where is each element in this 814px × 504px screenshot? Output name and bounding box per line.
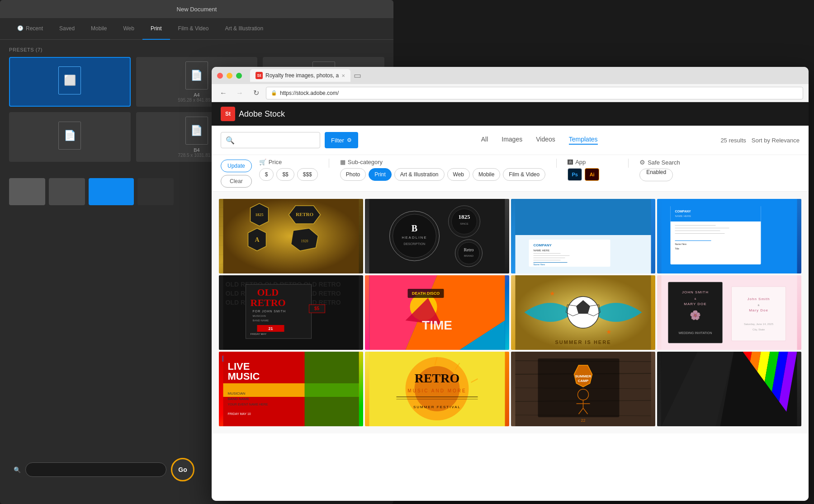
svg-text:MARY DOE: MARY DOE (684, 302, 706, 306)
svg-rect-91 (305, 352, 359, 426)
address-bar[interactable]: 🔒 https://stock.adobe.com/ (266, 87, 803, 99)
nav-tab-templates[interactable]: Templates (569, 136, 598, 145)
adobe-icon: 🅰 (568, 159, 573, 165)
go-button[interactable]: Go (171, 458, 194, 481)
subcategory-filter-section: ▦ Sub-category Photo Print Art & Illustr… (340, 159, 545, 181)
stock-results-info: 25 results Sort by Relevance (720, 137, 800, 144)
forward-button[interactable]: → (233, 87, 246, 99)
svg-text:CAMP: CAMP (578, 379, 589, 383)
svg-text:MUSIC AND MORE: MUSIC AND MORE (407, 388, 466, 393)
recent-item-3[interactable] (89, 178, 134, 205)
grid-item-7[interactable]: ★ ★ SUMMER IS HERE (511, 275, 655, 350)
grid-item-5[interactable]: OLD RETRO OLD RETRO OLD RETRO OLD RETRO … (219, 275, 363, 350)
preset-name-a4: A4 (194, 92, 199, 98)
search-magnifier-icon: 🔍 (226, 136, 235, 145)
browser-tab-bar: St Royalty free images, photos, a ✕ ▭ (250, 69, 803, 82)
price-chips: $ $$ $$$ (259, 168, 318, 181)
nav-tab-images[interactable]: Images (502, 136, 522, 145)
grid-item-8[interactable]: JOHN SMITH & MARY DOE 🌸 WEDDING INVITATI… (657, 275, 801, 350)
svg-rect-0 (223, 199, 359, 273)
stock-search-input[interactable] (237, 137, 315, 144)
image-grid: 1825 RETRO A 1920 B (212, 192, 809, 433)
security-lock-icon: 🔒 (271, 90, 277, 96)
dialog-titlebar: New Document (0, 0, 393, 18)
sort-by-relevance[interactable]: Sort by Relevance (752, 137, 800, 144)
photoshop-filter-button[interactable]: Ps (568, 168, 582, 181)
svg-text:1825: 1825 (256, 212, 264, 217)
clear-button[interactable]: Clear (221, 175, 252, 188)
svg-text:MUSICIAN: MUSICIAN (228, 391, 246, 396)
dialog-title: New Document (177, 6, 217, 13)
subcat-print[interactable]: Print (369, 168, 392, 181)
nav-tab-all[interactable]: All (481, 136, 488, 145)
traffic-light-minimize[interactable] (227, 73, 232, 79)
tab-art-illustration[interactable]: Art & Illustration (217, 18, 271, 40)
subcat-mobile[interactable]: Mobile (473, 168, 500, 181)
tab-print[interactable]: Print (142, 18, 170, 40)
traffic-light-maximize[interactable] (236, 73, 242, 79)
svg-text:1825: 1825 (459, 213, 471, 220)
subcat-web[interactable]: Web (447, 168, 470, 181)
preset-icon: ⬜ (58, 66, 81, 94)
stock-search-box[interactable]: 🔍 (221, 132, 320, 148)
tab-mobile[interactable]: Mobile (83, 18, 115, 40)
filter-sliders-icon: ⚙ (347, 137, 352, 143)
grid-item-11[interactable]: SUMMER CAMP 22 (511, 352, 655, 426)
browser-tab-title: Royalty free images, photos, a (265, 72, 339, 79)
update-button[interactable]: Update (221, 160, 252, 172)
svg-text:City, State: City, State (752, 328, 765, 331)
traffic-light-close[interactable] (217, 73, 223, 79)
url-text: https://stock.adobe.com/ (280, 90, 339, 96)
svg-point-20 (458, 242, 480, 264)
svg-text:&: & (694, 297, 696, 300)
svg-text:FRIDAY MAY: FRIDAY MAY (251, 333, 267, 335)
price-chip-1[interactable]: $ (259, 168, 274, 181)
svg-text:DESCRIPTION: DESCRIPTION (404, 242, 426, 245)
new-tab-button[interactable]: ▭ (350, 69, 364, 82)
recent-item-4[interactable] (137, 178, 174, 205)
price-chip-2[interactable]: $$ (276, 168, 294, 181)
grid-item-3[interactable]: COMPANY NAME HERE Name Here (511, 199, 655, 273)
tab-close-button[interactable]: ✕ (341, 73, 345, 78)
grid-item-9[interactable]: ✓ Licensed LIVE MUSIC MUSICIAN BAND NAME… (219, 352, 363, 426)
tab-recent[interactable]: 🕐 Recent (9, 18, 51, 40)
browser-toolbar: ← → ↻ 🔒 https://stock.adobe.com/ (212, 84, 809, 102)
back-button[interactable]: ← (217, 87, 230, 99)
grid-item-4[interactable]: COMPANY NAME HERE Name Here Title (657, 199, 801, 273)
safe-search-chips: Enabled (639, 169, 689, 181)
adobe-stock-favicon: St (256, 72, 263, 79)
tab-web[interactable]: Web (115, 18, 142, 40)
svg-rect-30 (534, 255, 570, 256)
grid-item-2[interactable]: B HEADLINE DESCRIPTION 1825 SINCE Retro … (365, 199, 509, 273)
bottom-search-area: 🔍 Go (0, 458, 208, 481)
svg-point-16 (452, 209, 477, 234)
grid-item-6[interactable]: TIME DEATH DISCO (365, 275, 509, 350)
preset-item-selected[interactable]: ⬜ (9, 57, 131, 107)
safe-search-enabled-button[interactable]: Enabled (639, 169, 673, 181)
search-input-bottom[interactable] (25, 462, 166, 477)
grid-item-1[interactable]: 1825 RETRO A 1920 (219, 199, 363, 273)
price-chip-3[interactable]: $$$ (297, 168, 318, 181)
price-filter-label: 🛒 Price (259, 159, 318, 165)
subcat-film[interactable]: Film & Video (503, 168, 545, 181)
preset-item-3[interactable]: 📄 (9, 112, 131, 162)
grid-item-12[interactable] (657, 352, 801, 426)
preset-icon-a4: 📄 (185, 61, 208, 89)
browser-tab-active[interactable]: St Royalty free images, photos, a ✕ (250, 69, 350, 82)
subcat-art[interactable]: Art & Illustration (394, 168, 445, 181)
filter-button[interactable]: Filter ⚙ (325, 132, 358, 148)
svg-text:A: A (255, 236, 260, 243)
preset-icon-3: 📄 (58, 122, 81, 150)
refresh-button[interactable]: ↻ (250, 87, 262, 99)
nav-tab-videos[interactable]: Videos (536, 136, 555, 145)
subcat-photo[interactable]: Photo (340, 168, 366, 181)
illustrator-filter-button[interactable]: Ai (585, 168, 599, 181)
tab-film-video[interactable]: Film & Video (170, 18, 217, 40)
svg-text:JOHN SMITH: JOHN SMITH (682, 290, 709, 294)
grid-item-10[interactable]: RETRO MUSIC AND MORE SUMMER FESTIVAL (365, 352, 509, 426)
svg-text:🌸: 🌸 (690, 310, 701, 320)
svg-text:&: & (757, 304, 759, 306)
recent-item-2[interactable] (49, 178, 85, 205)
tab-saved[interactable]: Saved (51, 18, 83, 40)
recent-item-1[interactable] (9, 178, 45, 205)
